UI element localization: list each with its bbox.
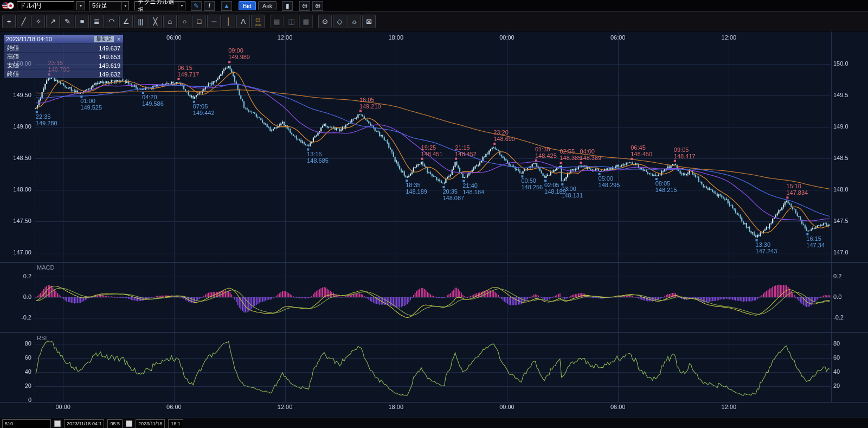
status-checkbox[interactable] [126, 420, 132, 427]
regression-channel-tool-glyph: ╳ [153, 18, 158, 25]
text-tool-glyph: A [241, 18, 246, 25]
arc-tool-glyph: ◠ [108, 18, 114, 25]
fib-retracement-tool[interactable]: ≡ [75, 15, 89, 28]
status-bar: 5102023/11/18 04:105:52023/11/1816:1 [0, 418, 868, 428]
arc-tool[interactable]: ◠ [105, 15, 118, 28]
high-value: 149.653 [99, 54, 120, 60]
object-settings-tool[interactable]: ☼ [348, 15, 361, 28]
ohlc-row-close: 終値 149.632 [4, 69, 123, 78]
ask-toggle-button[interactable]: Ask [258, 1, 277, 10]
move-object-tool-glyph: ▤ [273, 18, 280, 25]
status-checkbox[interactable] [54, 420, 61, 427]
zoom-out-button[interactable]: ⊖ [299, 1, 310, 11]
pair-dropdown-button[interactable]: ▼ [76, 1, 85, 10]
crosshair-tool[interactable]: + [2, 15, 16, 28]
high-label: 高値 [7, 53, 19, 61]
info-button[interactable]: i [204, 1, 215, 11]
trend-line-tool-glyph: ╱ [22, 18, 26, 25]
low-label: 安値 [7, 61, 19, 69]
ohlc-row-low: 安値 149.619 [4, 61, 123, 69]
stamp-icon-tool[interactable]: ☺icon [251, 15, 265, 28]
open-value: 149.637 [99, 45, 120, 52]
annotation-pencil-button[interactable]: ✎ [191, 1, 202, 11]
parallel-lines-tool-glyph: = [34, 17, 42, 25]
fib-expansion-tool[interactable]: ≣ [90, 15, 104, 28]
currency-pair-flag-icon [2, 2, 15, 10]
technical-select[interactable]: テクニカル選択 ▼ [134, 1, 185, 10]
ohlc-info-panel: 2023/11/18 04:10 最新足 × 始値 149.637 高値 149… [4, 35, 123, 78]
polygon-tool[interactable]: ⌂ [163, 15, 177, 28]
chart-style-button[interactable]: ▲ [221, 1, 232, 11]
rectangle-tool-glyph: □ [197, 18, 202, 25]
low-value: 149.619 [99, 62, 120, 69]
copy-object-tool[interactable]: ◫ [285, 15, 298, 28]
clear-objects-tool[interactable]: ⊠ [362, 15, 376, 28]
clear-objects-tool-glyph: ⊠ [366, 18, 372, 25]
timeframe-value: 5分足 [92, 2, 107, 10]
drawing-toolbar: +╱=↗✎≡≣◠∠|||╳⌂○□─│A☺icon▤◫▦⊙◇☼⊠ [0, 11, 868, 31]
trend-line-tool[interactable]: ╱ [17, 15, 30, 28]
ohlc-row-open: 始値 149.637 [4, 43, 123, 52]
status-field[interactable]: 2023/11/18 04:1 [64, 419, 104, 428]
delete-object-tool-glyph: ▦ [303, 18, 309, 25]
zoom-in-button[interactable]: ⊕ [312, 1, 323, 11]
status-field[interactable]: 05:5 [107, 419, 123, 428]
status-field[interactable]: 16:1 [168, 419, 183, 428]
regression-channel-tool[interactable]: ╳ [149, 15, 162, 28]
polygon-tool-glyph: ⌂ [168, 18, 172, 25]
horizontal-line-tool[interactable]: ─ [207, 15, 221, 28]
pair-select[interactable]: ドル/円 [17, 1, 74, 10]
fib-retracement-tool-glyph: ≡ [80, 18, 85, 25]
open-label: 始値 [7, 44, 19, 52]
move-object-tool[interactable]: ▤ [270, 15, 284, 28]
ellipse-tool-glyph: ○ [183, 18, 187, 25]
gann-fan-tool[interactable]: ∠ [119, 15, 133, 28]
vertical-line-tool-glyph: │ [226, 18, 230, 25]
vertical-line-tool[interactable]: │ [222, 15, 235, 28]
ohlc-datetime: 2023/11/18 04:10 [6, 36, 92, 42]
status-field[interactable]: 2023/11/18 [136, 419, 165, 428]
chevron-down-icon: ▼ [121, 2, 127, 10]
ohlc-row-high: 高値 149.653 [4, 52, 123, 61]
candle-chart-button[interactable]: ▮ [282, 1, 293, 11]
timeframe-select[interactable]: 5分足 ▼ [89, 1, 129, 10]
zoom-select-tool-glyph: ⊙ [322, 18, 328, 25]
status-field[interactable]: 510 [2, 419, 51, 428]
copy-object-tool-glyph: ◫ [288, 18, 294, 25]
text-tool[interactable]: A [236, 15, 250, 28]
ray-line-tool-glyph: ↗ [50, 18, 56, 25]
eraser-tool-glyph: ◇ [337, 18, 343, 25]
ray-line-tool[interactable]: ↗ [46, 15, 60, 28]
eraser-tool[interactable]: ◇ [333, 15, 346, 28]
stamp-icon-tool-sub-label: icon [255, 23, 261, 27]
chart-canvas[interactable] [0, 0, 868, 428]
stamp-icon-tool-glyph: ☺ [254, 16, 261, 23]
bid-toggle-button[interactable]: Bid [239, 1, 256, 10]
cycle-lines-tool[interactable]: ||| [134, 15, 147, 28]
ellipse-tool[interactable]: ○ [178, 15, 191, 28]
main-toolbar: ドル/円 ▼ 5分足 ▼ テクニカル選択 ▼ ✎ i ▲ Bid Ask ▮ ⊖… [0, 0, 868, 11]
freehand-tool-glyph: ✎ [65, 18, 70, 25]
latest-bar-badge: 最新足 [94, 36, 114, 42]
close-value: 149.632 [99, 71, 120, 78]
horizontal-line-tool-glyph: ─ [211, 18, 216, 25]
object-settings-tool-glyph: ☼ [351, 18, 358, 25]
ohlc-panel-header[interactable]: 2023/11/18 04:10 最新足 × [4, 35, 123, 43]
rectangle-tool[interactable]: □ [192, 15, 206, 28]
freehand-tool[interactable]: ✎ [61, 15, 74, 28]
parallel-lines-tool[interactable]: = [31, 15, 45, 28]
close-label: 終値 [7, 70, 19, 78]
close-icon[interactable]: × [116, 36, 121, 42]
zoom-select-tool[interactable]: ⊙ [318, 15, 332, 28]
cycle-lines-tool-glyph: ||| [138, 18, 143, 25]
fib-expansion-tool-glyph: ≣ [94, 18, 100, 25]
chevron-down-icon: ▼ [178, 2, 184, 10]
crosshair-tool-glyph: + [7, 18, 11, 25]
delete-object-tool[interactable]: ▦ [299, 15, 313, 28]
gann-fan-tool-glyph: ∠ [123, 18, 130, 25]
